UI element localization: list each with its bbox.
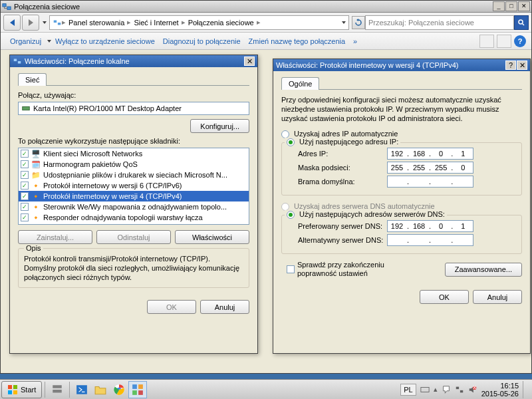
preview-button[interactable]: [497, 35, 511, 48]
action-center-icon[interactable]: [442, 385, 451, 394]
task-item[interactable]: [48, 381, 66, 398]
date-text: 2015-05-26: [481, 390, 519, 398]
svg-text:x: x: [473, 385, 476, 390]
breadcrumb[interactable]: ▸ Panel sterowania ▸ Sieć i Internet ▸ P…: [49, 15, 349, 30]
maximize-button[interactable]: □: [505, 1, 517, 11]
clock[interactable]: 16:15 2015-05-26: [481, 382, 519, 398]
task-item[interactable]: [110, 381, 128, 398]
search-input[interactable]: Przeszukaj: Połączenia sieciowe: [365, 15, 514, 30]
help-button[interactable]: ?: [505, 61, 516, 70]
checkbox[interactable]: ✓: [21, 203, 29, 211]
system-tray: PL ▴ x 16:15 2015-05-26: [396, 381, 531, 398]
task-item-active[interactable]: [128, 381, 147, 398]
ip-auto-label: Uzyskaj adres IP automatycznie: [294, 130, 398, 138]
uninstall-button[interactable]: Odinstaluj: [96, 230, 171, 244]
dialog-title: Właściwości: Połączenie lokalne: [25, 57, 130, 65]
ip-address-label: Adres IP:: [287, 150, 387, 158]
list-item-selected: ✓🔸Protokół internetowy w wersji 4 (TCP/I…: [19, 191, 249, 201]
svg-rect-1: [7, 7, 11, 9]
keyboard-icon[interactable]: [420, 385, 430, 394]
validate-checkbox[interactable]: [287, 265, 295, 273]
advanced-button[interactable]: Zaawansowane...: [445, 263, 522, 277]
ok-button[interactable]: OK: [420, 290, 469, 304]
checkbox[interactable]: ✓: [21, 150, 29, 158]
cancel-button[interactable]: Anuluj: [200, 300, 249, 314]
dialog-titlebar: Właściwości: Protokół internetowy w wers…: [273, 59, 530, 71]
task-item[interactable]: [91, 381, 110, 398]
back-arrow-icon: [10, 19, 15, 26]
history-dropdown-icon[interactable]: [43, 21, 47, 24]
diagnose-cmd[interactable]: Diagnozuj to połączenie: [159, 37, 245, 45]
gateway-label: Brama domyślna:: [287, 178, 387, 186]
dns1-label: Preferowany serwer DNS:: [287, 222, 387, 230]
back-button[interactable]: [3, 15, 21, 31]
disable-device-cmd[interactable]: Wyłącz to urządzenie sieciowe: [51, 37, 159, 45]
connect-using-label: Połącz, używając:: [18, 91, 249, 99]
language-indicator[interactable]: PL: [400, 384, 416, 396]
cancel-button[interactable]: Anuluj: [473, 290, 522, 304]
components-label: To połączenie wykorzystuje następujące s…: [18, 137, 249, 145]
refresh-button[interactable]: [352, 16, 365, 29]
subnet-mask-input[interactable]: . . .: [387, 162, 473, 174]
tray-expand-icon[interactable]: ▴: [434, 385, 438, 394]
gateway-input[interactable]: . . .: [387, 176, 473, 188]
configure-button[interactable]: Konfiguruj...: [190, 119, 249, 133]
windows-logo-icon: [7, 384, 18, 395]
ok-button[interactable]: OK: [147, 300, 196, 314]
subnet-mask-label: Maska podsieci:: [287, 164, 387, 172]
explorer-icon: [94, 384, 106, 396]
dns1-input[interactable]: . . .: [387, 220, 473, 232]
search-button[interactable]: [514, 15, 529, 30]
start-button[interactable]: Start: [1, 381, 42, 398]
help-button[interactable]: ?: [514, 35, 526, 47]
svg-rect-11: [8, 390, 12, 394]
checkbox[interactable]: ✓: [21, 192, 29, 200]
ip-address-input[interactable]: . . .: [387, 148, 473, 160]
breadcrumb-dropdown-icon[interactable]: [342, 21, 346, 24]
svg-rect-10: [13, 385, 17, 389]
breadcrumb-item[interactable]: Panel sterowania: [66, 19, 127, 27]
rename-cmd[interactable]: Zmień nazwę tego połączenia: [245, 37, 350, 45]
minimize-button[interactable]: _: [493, 1, 505, 11]
search-icon: [517, 19, 525, 27]
dns2-label: Alternatywny serwer DNS:: [287, 236, 387, 244]
breadcrumb-item[interactable]: Połączenia sieciowe: [186, 19, 257, 27]
dns-auto-label: Uzyskaj adres serwera DNS automatycznie: [294, 202, 435, 210]
network-tray-icon[interactable]: [455, 385, 464, 394]
list-item: ✓🗓️Harmonogram pakietów QoS: [19, 159, 249, 170]
taskbar: Start PL ▴ x 16:15 2015-05-26: [0, 379, 532, 399]
volume-icon[interactable]: x: [468, 385, 477, 394]
list-item: ✓🔸Sterownik We/Wy mapowania z odnajdywan…: [19, 201, 249, 212]
tab-general[interactable]: Ogólne: [281, 77, 319, 90]
checkbox[interactable]: ✓: [21, 171, 29, 179]
more-cmd[interactable]: »: [349, 37, 361, 45]
close-button[interactable]: ✕: [518, 1, 530, 11]
svg-point-4: [519, 20, 523, 24]
svg-rect-23: [456, 386, 458, 389]
network-folder-icon: [53, 18, 62, 27]
organize-menu[interactable]: Organizuj: [6, 37, 45, 45]
properties-button[interactable]: Właściwości: [175, 230, 249, 244]
install-button[interactable]: Zainstaluj...: [18, 230, 92, 244]
svg-rect-22: [421, 387, 429, 392]
svg-rect-0: [3, 3, 6, 6]
checkbox[interactable]: ✓: [21, 213, 29, 221]
adapter-combo[interactable]: Karta Intel(R) PRO/1000 MT Desktop Adapt…: [18, 102, 249, 115]
checkbox[interactable]: ✓: [21, 182, 29, 190]
task-item[interactable]: [72, 381, 91, 398]
svg-rect-14: [53, 390, 62, 393]
description-text: Protokół kontroli transmisji/Protokół in…: [24, 254, 243, 282]
components-list[interactable]: ✓🖥️Klient sieci Microsoft Networks ✓🗓️Ha…: [18, 148, 249, 225]
dns2-input[interactable]: . . .: [387, 234, 473, 246]
checkbox[interactable]: ✓: [21, 160, 29, 168]
tab-network[interactable]: Sieć: [18, 73, 47, 86]
forward-button[interactable]: [22, 15, 39, 31]
close-button[interactable]: ✕: [517, 61, 527, 70]
tab-strip: Ogólne: [281, 76, 522, 90]
dns-manual-radio[interactable]: [287, 211, 295, 219]
show-desktop-button[interactable]: [523, 381, 527, 398]
view-button[interactable]: [479, 35, 494, 48]
close-button[interactable]: ✕: [244, 57, 255, 66]
ip-manual-radio[interactable]: [287, 138, 295, 146]
breadcrumb-item[interactable]: Sieć i Internet: [131, 19, 181, 27]
